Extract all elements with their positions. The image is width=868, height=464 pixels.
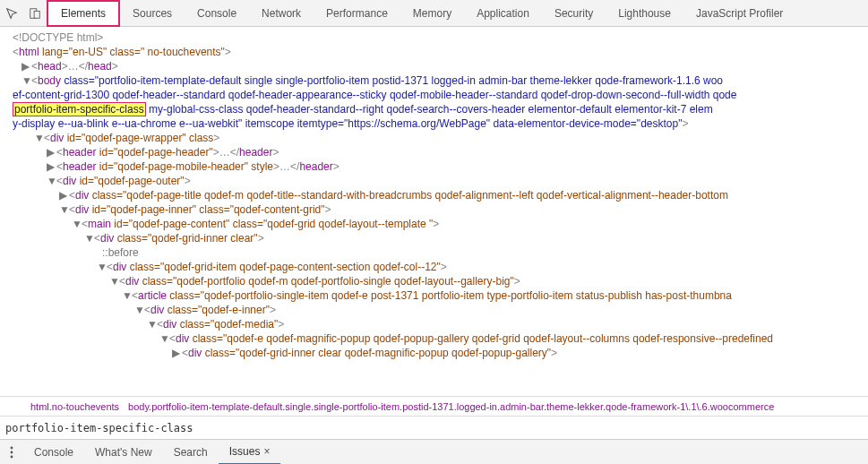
- dom-punct: >: [325, 203, 331, 216]
- expand-icon[interactable]: ▶: [172, 346, 180, 360]
- expand-icon[interactable]: ▶: [21, 59, 30, 73]
- dom-punct: >: [278, 318, 284, 331]
- dom-tag-div: div: [63, 175, 76, 187]
- tab-sources[interactable]: Sources: [120, 0, 185, 27]
- collapse-icon[interactable]: ▼: [47, 174, 55, 188]
- dom-punct: >: [333, 160, 339, 173]
- search-input[interactable]: [5, 422, 863, 434]
- drawer-tab-console[interactable]: Console: [23, 440, 84, 465]
- drawer-tab-whatsnew[interactable]: What's New: [84, 440, 163, 465]
- drawer-tab-search[interactable]: Search: [163, 440, 219, 465]
- dom-tag-header: header: [239, 146, 272, 159]
- collapse-icon[interactable]: ▼: [72, 217, 80, 231]
- collapse-icon[interactable]: ▼: [59, 202, 67, 217]
- dom-attrs: lang="en-US" class=" no-touchevents": [39, 46, 225, 58]
- expand-icon[interactable]: ▶: [59, 188, 67, 202]
- dom-attrs: id="qodef-page-content" class="qodef-gri…: [111, 218, 433, 230]
- elements-search: [0, 416, 868, 439]
- dom-attrs: id="qodef-page-mobile-header" style: [96, 160, 273, 173]
- device-toggle-icon[interactable]: [23, 2, 47, 25]
- close-icon[interactable]: ×: [263, 445, 270, 458]
- dom-tag-div: div: [150, 304, 164, 316]
- dom-attrs: id="qodef-page-header": [96, 146, 212, 159]
- dom-tag-header: header: [299, 160, 332, 173]
- dom-ellipsis: >…</: [213, 146, 239, 159]
- collapse-icon[interactable]: ▼: [21, 73, 30, 88]
- tab-jsprofiler[interactable]: JavaScript Profiler: [683, 0, 795, 27]
- inspect-icon[interactable]: [0, 2, 23, 25]
- dom-attr-value: my-global-css-class qodef-header-standar…: [146, 103, 713, 116]
- breadcrumb-html[interactable]: html.no-touchevents: [30, 401, 119, 412]
- devtools-toolbar: Elements Sources Console Network Perform…: [0, 0, 868, 27]
- breadcrumb-body[interactable]: body.portfolio-item-template-default.sin…: [128, 401, 774, 412]
- dom-tag-div: div: [163, 318, 176, 331]
- tab-performance[interactable]: Performance: [314, 0, 400, 27]
- tab-security[interactable]: Security: [542, 0, 606, 27]
- collapse-icon[interactable]: ▼: [147, 317, 155, 331]
- dom-punct: >: [433, 218, 439, 230]
- dom-tag-div: div: [113, 261, 126, 273]
- dom-attrs: class="qodef-e-inner": [164, 304, 270, 316]
- dom-punct: >: [441, 261, 447, 273]
- svg-point-4: [11, 455, 13, 458]
- drawer-menu-icon[interactable]: [0, 446, 23, 459]
- expand-icon[interactable]: ▶: [47, 145, 55, 159]
- tab-network[interactable]: Network: [249, 0, 314, 27]
- dom-tag-div: div: [176, 332, 189, 345]
- dom-punct: >: [514, 275, 520, 288]
- dom-attr-value: ef-content-grid-1300 qodef-header--stand…: [13, 89, 736, 101]
- dom-punct: <: [31, 60, 38, 73]
- tab-lighthouse[interactable]: Lighthouse: [606, 0, 683, 27]
- collapse-icon[interactable]: ▼: [134, 303, 142, 317]
- dom-tag-body: body: [38, 74, 61, 87]
- dom-highlighted-class: portfolio-item-specific-class: [13, 102, 146, 116]
- dom-tag-header: header: [63, 160, 96, 173]
- tab-elements[interactable]: Elements: [47, 0, 120, 27]
- dom-punct: >: [213, 132, 219, 144]
- collapse-icon[interactable]: ▼: [97, 260, 105, 274]
- dom-attrs: id="qodef-page-inner" class="qodef-conte…: [89, 203, 324, 216]
- collapse-icon[interactable]: ▼: [34, 131, 42, 145]
- dom-tag-header: header: [63, 146, 96, 159]
- svg-rect-1: [34, 11, 39, 18]
- tab-console[interactable]: Console: [185, 0, 249, 27]
- tab-memory[interactable]: Memory: [400, 0, 464, 27]
- dom-attrs: class="qodef-e qodef-magnific-popup qode…: [189, 332, 773, 345]
- drawer-toolbar: Console What's New Search Issues×: [0, 439, 868, 464]
- dom-tag-div: div: [188, 347, 202, 359]
- dom-tag-div: div: [75, 203, 89, 216]
- drawer-tab-issues[interactable]: Issues×: [219, 440, 281, 465]
- main-tabs: Elements Sources Console Network Perform…: [47, 0, 795, 27]
- dom-tag-head: head: [38, 60, 62, 73]
- collapse-icon[interactable]: ▼: [84, 231, 92, 245]
- dom-tag-div: div: [125, 275, 139, 288]
- dom-tag-html: html: [19, 46, 39, 58]
- dom-punct: >: [272, 146, 279, 159]
- dom-tag-div: div: [75, 189, 89, 202]
- svg-point-2: [11, 446, 13, 449]
- tab-application[interactable]: Application: [464, 0, 542, 27]
- dom-tag-main: main: [88, 218, 111, 230]
- dom-punct: >: [258, 232, 264, 245]
- dom-attr-value: y-display e--ua-blink e--ua-chrome e--ua…: [13, 117, 682, 130]
- dom-tag-article: article: [138, 289, 167, 302]
- dom-doctype: <!DOCTYPE html>: [13, 31, 103, 44]
- dom-attrs: class="qodef-portfolio qodef-m qodef-por…: [139, 275, 513, 288]
- dom-punct: >: [551, 347, 557, 359]
- svg-point-3: [11, 451, 13, 453]
- dom-tag-head: head: [88, 60, 112, 73]
- dom-tag-div: div: [50, 132, 64, 144]
- collapse-icon[interactable]: ▼: [122, 288, 130, 303]
- dom-attrs: class="qodef-portfolio-single-item qodef…: [167, 289, 732, 302]
- dom-punct: >: [270, 304, 276, 316]
- breadcrumb-bar[interactable]: html.no-touchevents body.portfolio-item-…: [0, 396, 868, 416]
- drawer-tab-label: Issues: [229, 445, 261, 458]
- collapse-icon[interactable]: ▼: [109, 274, 117, 288]
- dom-attrs: class="qodef-grid-inner clear": [114, 232, 257, 245]
- collapse-icon[interactable]: ▼: [159, 331, 168, 346]
- dom-punct: >: [185, 175, 191, 187]
- expand-icon[interactable]: ▶: [47, 159, 55, 174]
- dom-punct: >: [225, 46, 231, 58]
- dom-punct: <: [13, 46, 19, 58]
- dom-tree[interactable]: <!DOCTYPE html> <html lang="en-US" class…: [0, 27, 868, 396]
